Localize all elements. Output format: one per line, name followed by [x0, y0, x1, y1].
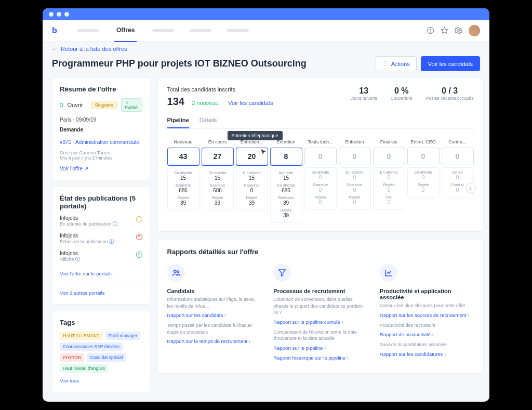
report-description: Entonnoir de conversion, dans quelles ph… [273, 296, 367, 316]
new-candidates: 2 nouveau [192, 100, 218, 106]
pub-status-text: En attente de publication ⓘ [60, 221, 142, 228]
stage-count: 0 [339, 148, 371, 165]
pipeline-stage[interactable]: Tests tech... 0 En attente0Examiné0Rejet… [304, 136, 337, 223]
pipeline-stage[interactable]: Nouveau 43 En attente15Examiné686Rejeté3… [167, 136, 200, 223]
badge-intern: Stagiaire [91, 101, 117, 109]
demand-label: Demande [60, 127, 142, 133]
demand-link[interactable]: #970 · Administration commerciale [60, 139, 139, 145]
report-link[interactable]: Rapport sur les candidatures › [380, 351, 474, 357]
substage-value: 0 [339, 200, 370, 205]
report-link[interactable]: Rapport sur les candidats › [167, 312, 261, 318]
logo[interactable]: b [52, 26, 61, 35]
report-heading: Processus de recrutement [273, 288, 367, 294]
report-column: Processus de recrutementEntonnoir de con… [273, 264, 367, 365]
substage-value: 39 [236, 200, 268, 206]
actions-button[interactable]: ⋮ Actions [376, 56, 417, 71]
report-link[interactable]: Rapport sur le temps de recrutement › [167, 338, 261, 344]
tag-chip[interactable]: Profil manager [105, 332, 140, 340]
nav-item-placeholder[interactable] [190, 29, 211, 32]
publication-item: Infojobs Échec de la publication ⓘ [60, 233, 142, 245]
stage-count: 27 [202, 148, 234, 166]
tab-pipeline[interactable]: Pipeline [167, 117, 189, 128]
substage-label: Rejeté [339, 195, 370, 200]
stats-card: Total des candidats inscrits 134 2 nouve… [157, 77, 484, 232]
tags-title: Tags [60, 319, 142, 326]
stage-count: 0 [373, 148, 405, 165]
window-maximize[interactable] [64, 12, 69, 17]
reports-title: Rapports détaillés sur l'offre [167, 248, 474, 256]
pipeline-stage[interactable]: En cours 27 En attente15Examiné686Rejeté… [202, 136, 234, 223]
tag-chip[interactable]: PHYTON [60, 353, 84, 362]
stage-name: Contra... [442, 136, 474, 148]
pub-portal-name: Infojobs [60, 215, 142, 221]
stage-count: 0 [442, 148, 474, 165]
publications-title: État des publications (5 portails) [60, 194, 142, 210]
view-candidates-button[interactable]: Voir les candidats [421, 56, 480, 71]
total-candidates-label: Total des candidats inscrits [167, 86, 273, 92]
view-offer-link[interactable]: Voir l'offre ↗ [60, 166, 88, 171]
report-column: Productivité et application associéeCana… [380, 264, 474, 365]
view-more-portals-link[interactable]: Voir 2 autres portails [60, 290, 105, 296]
report-link[interactable]: Rapport de productivité › [380, 332, 474, 337]
star-icon[interactable] [441, 27, 448, 34]
pipeline-scroll-right[interactable]: › [466, 183, 476, 193]
stage-name: Entret. CEO [407, 136, 440, 148]
view-all-tags-link[interactable]: Voir tous [60, 378, 79, 383]
substage-value: 0 [442, 175, 473, 180]
substage-label: Examiné [168, 183, 199, 188]
report-description: Productivité des recruteurs [380, 322, 474, 329]
users-icon [167, 264, 185, 282]
tag-chip[interactable]: HAUT ALLEMAND [60, 332, 103, 340]
view-portal-link[interactable]: Voir l'offre sur le portail › [60, 271, 113, 276]
report-link[interactable]: Rapport sur le pipeline cumulé › [273, 319, 367, 325]
badge-published: ☆ Publié [121, 98, 142, 112]
substage-label: OK [374, 195, 405, 200]
stage-count: 0 [407, 148, 440, 165]
substage-label: En attente [305, 170, 336, 175]
tag-chip[interactable]: Haut niveau d'anglais [60, 364, 108, 373]
substage-value: 686 [202, 188, 233, 193]
substage-label: Rejeté [374, 182, 405, 187]
pub-status-icon [136, 252, 142, 258]
tag-chip[interactable]: Candidat spécial [87, 353, 126, 362]
nav-item-placeholder[interactable] [227, 29, 249, 32]
nav-item-placeholder[interactable] [77, 29, 99, 32]
substage-value: 0 [305, 175, 336, 180]
window-minimize[interactable] [57, 12, 61, 17]
substage-label: Examiné [339, 182, 370, 187]
report-link[interactable]: Rapport sur les sources de recrutement › [380, 312, 474, 318]
tag-chip[interactable]: Connaissances SAP élevées [60, 342, 123, 351]
stage-substats: En attente0Examiné0Rejeté0 [339, 167, 371, 210]
kpi-value: 0 % [391, 86, 413, 96]
substage-value: 0 [374, 200, 405, 205]
substage-value: 15 [236, 175, 268, 181]
pipeline-stage[interactable]: Contra... 0 En att0Contrat0 [442, 136, 474, 223]
tab-details[interactable]: Détails [200, 117, 217, 128]
gear-icon[interactable] [455, 27, 462, 34]
nav-item-placeholder[interactable] [152, 29, 174, 32]
substage-label: Rejeté [408, 182, 439, 187]
pipeline-stage[interactable]: Entretien 8 Agendar15En attente686Revisa… [270, 136, 302, 223]
stage-name: Entretien [339, 136, 371, 148]
substage-value: 686 [271, 188, 302, 193]
report-link[interactable]: Rapport sur le pipeline › [273, 345, 367, 351]
kpi-value: 13 [351, 86, 377, 96]
pipeline-stage[interactable]: Entret. CEO 0 En attente0Rejeté0 [407, 136, 440, 223]
chart-icon [380, 264, 397, 282]
user-avatar[interactable] [469, 25, 480, 36]
view-candidates-link[interactable]: Voir les candidats [228, 100, 273, 106]
pipeline-stage[interactable]: Finaliste 0 En attente0Rejeté0OK0 [373, 136, 405, 223]
pipeline-stage[interactable]: Entretien 0 En attente0Examiné0Rejeté0 [339, 136, 371, 223]
status-open-icon [60, 103, 63, 107]
back-link[interactable]: ← Retour à la liste des offres [43, 42, 489, 54]
substage-label: Rejeté [202, 195, 233, 200]
report-link[interactable]: Rapport historique sur le pipeline › [273, 355, 367, 361]
help-icon[interactable] [427, 27, 434, 34]
nav-tab-offers[interactable]: Offres [114, 27, 137, 42]
pub-status-text: Affiché ⓘ [60, 256, 142, 263]
substage-label: En attente [168, 170, 199, 175]
window-close[interactable] [49, 12, 54, 17]
substage-value: 39 [271, 213, 302, 218]
report-description: Temps passé par les candidats à chaque é… [167, 322, 261, 335]
report-description: Suivi de la candidature associée [380, 341, 474, 348]
